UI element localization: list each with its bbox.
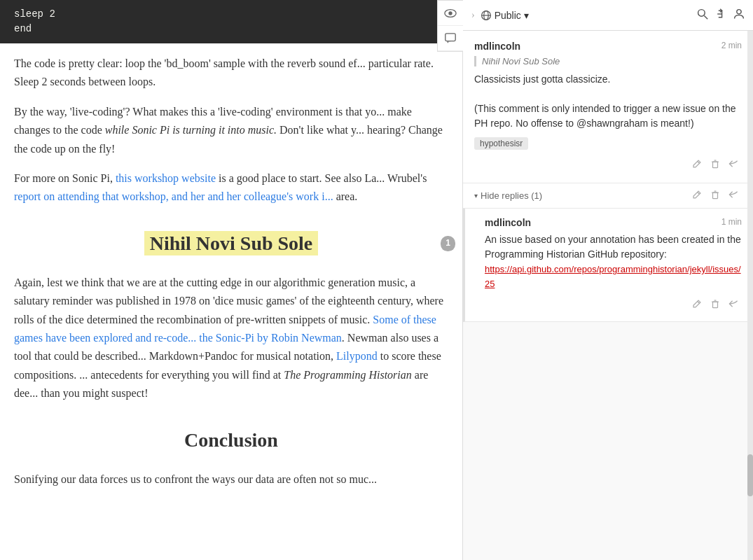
delete-button-hr[interactable]	[707, 188, 724, 204]
toolbar-right-icons	[697, 8, 745, 22]
lilypond-link[interactable]: Lilypond	[336, 350, 378, 362]
collapse-button[interactable]: ›	[471, 10, 475, 21]
workshop-report-link[interactable]: report on attending that workshop, and h…	[14, 190, 333, 202]
eye-tool-button[interactable]	[438, 1, 463, 26]
annotation-user-1: mdlincoln	[474, 41, 520, 52]
annotation-tag-1[interactable]: hypothesisr	[474, 137, 528, 150]
search-icon[interactable]	[697, 8, 708, 22]
section-nihil-heading: Nihil Novi Sub Sole 1	[14, 227, 448, 260]
svg-point-6	[698, 9, 705, 16]
delete-button-1[interactable]	[707, 157, 724, 173]
visibility-label: Public	[495, 10, 521, 21]
workshop-website-link[interactable]: this workshop website	[116, 172, 216, 184]
sonic-pi-games-link[interactable]: Some of these games have been explored a…	[14, 314, 436, 344]
reply-card-1: mdlincoln 1 min An issue based on your a…	[463, 209, 753, 322]
conclusion-heading: Conclusion	[14, 424, 448, 456]
code-block: sleep 2 end	[0, 0, 462, 43]
article-panel: sleep 2 end The code is pretty clear: lo…	[0, 0, 462, 560]
globe-icon	[481, 10, 492, 21]
github-issue-link[interactable]: https://api.github.com/repos/programming…	[485, 264, 741, 289]
section-nihil-title: Nihil Novi Sub Sole	[144, 231, 319, 255]
reply-button-hr[interactable]	[725, 188, 742, 204]
para-3: For more on Sonic Pi, this workshop webs…	[14, 169, 448, 206]
last-para: Sonifying our data forces us to confront…	[14, 470, 448, 489]
reply-body-1: An issue based on your annotation has be…	[485, 232, 742, 291]
scrollbar-track	[747, 31, 753, 560]
hide-replies-button[interactable]: ▾ Hide replies (1)	[474, 190, 542, 201]
svg-rect-11	[713, 162, 718, 167]
annotation-panel: › Public ▾	[462, 0, 753, 560]
svg-rect-15	[713, 192, 718, 198]
delete-reply-button[interactable]	[707, 297, 724, 313]
visibility-selector[interactable]: Public ▾	[481, 10, 529, 21]
para-4: Again, lest we think that we are at the …	[14, 274, 448, 403]
annotation-header-1: mdlincoln 2 min	[474, 41, 742, 52]
annotation-content: mdlincoln 2 min Nihil Novi Sub Sole Clas…	[463, 31, 753, 560]
annotation-toolbar: › Public ▾	[463, 0, 753, 31]
code-line-1: sleep 2	[14, 7, 448, 22]
code-line-2: end	[14, 22, 448, 36]
reply-header-1: mdlincoln 1 min	[485, 217, 742, 228]
para-1: The code is pretty clear: loop the 'bd_b…	[14, 55, 448, 92]
svg-rect-2	[445, 33, 455, 41]
para-2: By the way, 'live-coding'? What makes th…	[14, 103, 448, 158]
conclusion-title: Conclusion	[184, 429, 278, 451]
user-icon[interactable]	[733, 8, 745, 22]
reply-user-1: mdlincoln	[485, 217, 531, 228]
annotation-actions-hide-row	[689, 188, 742, 204]
svg-point-9	[737, 9, 741, 13]
edit-button-hr[interactable]	[689, 188, 705, 204]
scrollbar-thumb[interactable]	[747, 454, 753, 496]
quote-text-1: Nihil Novi Sub Sole	[482, 56, 560, 66]
reply-time-1: 1 min	[721, 217, 742, 227]
hide-replies-label: Hide replies (1)	[481, 190, 542, 201]
reply-reply-button[interactable]	[725, 297, 742, 313]
article-text: The code is pretty clear: loop the 'bd_b…	[14, 55, 448, 489]
annotation-body-1: Classicists just gotta classicize. (This…	[474, 72, 742, 131]
edit-button-1[interactable]	[689, 157, 705, 173]
annotation-actions-1	[474, 157, 742, 173]
hide-replies-row: ▾ Hide replies (1)	[463, 183, 753, 209]
share-icon[interactable]	[715, 8, 726, 22]
dropdown-chevron: ▾	[524, 10, 529, 21]
annotation-time-1: 2 min	[721, 41, 742, 50]
svg-rect-19	[713, 302, 718, 307]
comment-tool-button[interactable]	[438, 26, 463, 51]
reply-button-1[interactable]	[725, 157, 742, 173]
svg-point-1	[448, 11, 452, 15]
hide-replies-chevron: ▾	[474, 192, 478, 200]
annotation-quote-1: Nihil Novi Sub Sole	[474, 56, 742, 66]
para-2-italic: while Sonic Pi is turning it into music.	[105, 124, 277, 136]
annotation-card-1: mdlincoln 2 min Nihil Novi Sub Sole Clas…	[463, 31, 753, 183]
prog-historian-italic: The Programming Historian	[284, 369, 412, 381]
annotation-badge[interactable]: 1	[441, 236, 455, 251]
reply-actions-1	[485, 297, 742, 313]
svg-line-7	[704, 15, 707, 19]
edit-reply-button[interactable]	[689, 297, 705, 313]
